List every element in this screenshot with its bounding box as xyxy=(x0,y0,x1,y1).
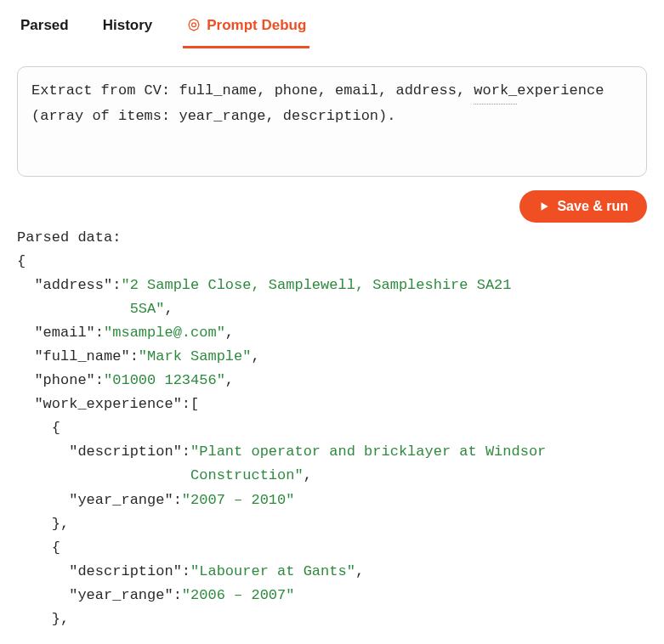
fullname-key: "full_name" xyxy=(34,348,129,364)
tab-bar: Parsed History Prompt Debug xyxy=(0,0,664,49)
main-container: Parsed History Prompt Debug Extract from… xyxy=(0,0,664,644)
address-value-line1: "2 Sample Close, Samplewell, Sampleshire… xyxy=(121,277,511,293)
year1-value: "2007 – 2010" xyxy=(182,492,295,508)
desc-key-2: "description" xyxy=(69,563,182,579)
content-area: Extract from CV: full_name, phone, email… xyxy=(0,49,664,644)
item1-close: }, xyxy=(52,516,69,532)
save-run-label: Save & run xyxy=(557,199,628,214)
tab-parsed-label: Parsed xyxy=(20,17,69,34)
openai-icon xyxy=(186,18,201,33)
output-block: Parsed data: { "address":"2 Sample Close… xyxy=(17,226,647,631)
year2-value: "2006 – 2007" xyxy=(182,587,295,603)
output-heading: Parsed data: xyxy=(17,229,121,246)
fullname-value: "Mark Sample" xyxy=(139,348,252,364)
desc1-line2: Construction" xyxy=(190,467,304,483)
item1-open: { xyxy=(52,420,60,436)
desc1-line1: "Plant operator and bricklayer at Windso… xyxy=(190,443,546,460)
phone-value: "01000 123456" xyxy=(104,372,225,388)
save-run-button[interactable]: Save & run xyxy=(519,190,647,223)
tab-prompt-debug-label: Prompt Debug xyxy=(207,17,306,34)
prompt-underlined-word: work_ xyxy=(474,79,517,105)
address-value-line2: 5SA" xyxy=(130,301,165,317)
email-key: "email" xyxy=(34,325,94,341)
item2-open: { xyxy=(52,539,60,556)
tab-parsed[interactable]: Parsed xyxy=(17,10,72,48)
svg-point-0 xyxy=(192,23,196,27)
play-icon xyxy=(538,201,550,212)
desc2-value: "Labourer at Gants" xyxy=(190,563,355,579)
desc-key-1: "description" xyxy=(69,443,182,460)
json-open-bracket: [ xyxy=(190,396,199,412)
address-key: "address" xyxy=(34,277,112,293)
json-open-brace: { xyxy=(17,253,26,269)
tab-history[interactable]: History xyxy=(99,10,156,48)
email-value: "msample@.com" xyxy=(104,325,225,341)
action-row: Save & run xyxy=(17,190,647,223)
item2-close: }, xyxy=(52,611,69,627)
year-key-1: "year_range" xyxy=(69,492,173,508)
prompt-line1: Extract from CV: full_name, phone, email… xyxy=(31,82,465,99)
tab-prompt-debug[interactable]: Prompt Debug xyxy=(183,10,309,48)
phone-key: "phone" xyxy=(34,372,94,388)
tab-history-label: History xyxy=(103,17,153,34)
workexp-key: "work_experience" xyxy=(34,396,181,412)
year-key-2: "year_range" xyxy=(69,587,173,603)
prompt-textarea[interactable]: Extract from CV: full_name, phone, email… xyxy=(17,66,647,177)
